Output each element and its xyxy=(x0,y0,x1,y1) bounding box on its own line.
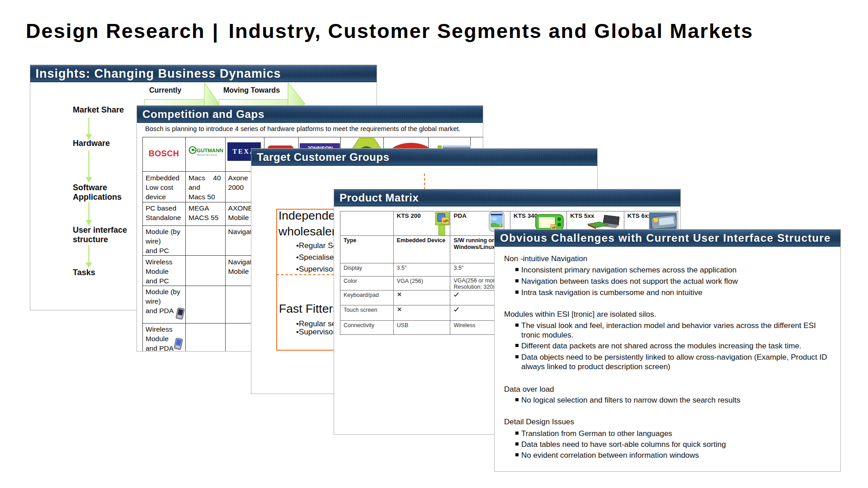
svg-text:uP: uP xyxy=(443,219,448,223)
svg-text:GUTMANN: GUTMANN xyxy=(197,148,223,153)
svg-text:MESSTECHNIK: MESSTECHNIK xyxy=(197,154,217,156)
